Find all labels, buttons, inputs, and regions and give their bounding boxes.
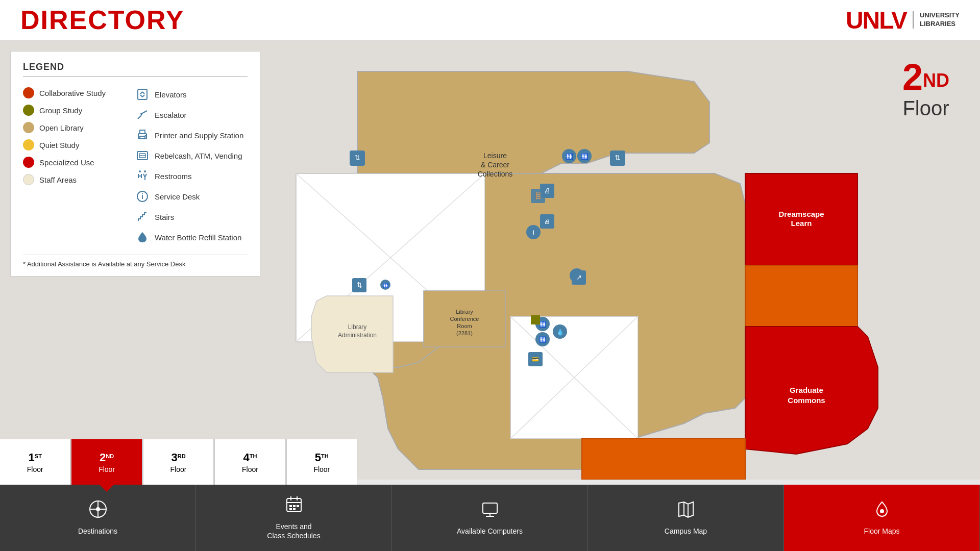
bottom-toolbar: Destinations Events andClass Schedules A…	[0, 485, 980, 551]
water-label: Water Bottle Refill Station	[155, 233, 241, 242]
toolbar-campus-map[interactable]: Campus Map	[588, 485, 784, 551]
svg-rect-88	[293, 508, 296, 510]
legend-title: LEGEND	[23, 62, 248, 77]
rebelcash-label: Rebelcash, ATM, Vending	[155, 152, 242, 160]
floor-nav-5-word: Floor	[313, 465, 330, 473]
floor-nav-4-word: Floor	[242, 465, 258, 473]
legend-item-elevators: Elevators	[135, 84, 248, 105]
group-label: Group Study	[39, 106, 82, 115]
page-title: DIRECTORY	[20, 5, 184, 35]
floor-maps-label: Floor Maps	[864, 527, 899, 536]
svg-text:Leisure: Leisure	[483, 152, 507, 160]
stairs-label: Stairs	[155, 213, 174, 221]
collaborative-dot	[23, 87, 34, 98]
floor-nav-5-num: 5TH	[315, 451, 329, 464]
legend-item-service-desk: i Service Desk	[135, 186, 248, 207]
service-desk-label: Service Desk	[155, 192, 200, 201]
svg-marker-92	[679, 502, 693, 517]
assistance-text: * Additional Assistance is Available at …	[23, 260, 185, 268]
legend-item-rebelcash: Rebelcash, ATM, Vending	[135, 145, 248, 166]
svg-text:Commons: Commons	[788, 396, 825, 405]
svg-text:💧: 💧	[556, 328, 564, 336]
events-icon	[285, 495, 303, 518]
svg-rect-75	[531, 315, 540, 324]
specialized-label: Specialized Use	[39, 158, 94, 167]
open-label: Open Library	[39, 123, 84, 132]
svg-text:Graduate: Graduate	[790, 386, 823, 394]
svg-text:Library: Library	[348, 323, 367, 331]
svg-text:↗: ↗	[576, 273, 582, 281]
legend-item-stairs: Stairs	[135, 207, 248, 227]
svg-rect-34	[582, 439, 745, 480]
floor-nav-4-num: 4TH	[243, 451, 257, 464]
svg-point-1	[140, 113, 142, 115]
elevators-label: Elevators	[155, 90, 187, 99]
logo: UNLV UNIVERSITY LIBRARIES	[846, 6, 960, 34]
svg-point-10	[144, 170, 146, 172]
floor-nav-5[interactable]: 5TH Floor	[287, 439, 357, 485]
printer-icon	[135, 128, 150, 142]
water-icon	[135, 230, 150, 244]
floor-nav: 1ST Floor 2ND Floor 3RD Floor 4TH Floor …	[0, 439, 357, 485]
floor-nav-2[interactable]: 2ND Floor	[71, 439, 142, 485]
floor-nav-1-word: Floor	[27, 465, 43, 473]
floor-nav-3-num: 3RD	[171, 451, 185, 464]
svg-text:& Career: & Career	[481, 161, 509, 169]
svg-rect-30	[745, 265, 857, 327]
collaborative-label: Collaborative Study	[39, 89, 106, 97]
group-dot	[23, 105, 34, 116]
toolbar-destinations[interactable]: Destinations	[0, 485, 196, 551]
svg-text:(2281): (2281)	[456, 330, 473, 336]
destinations-icon	[89, 500, 107, 522]
svg-text:🚻: 🚻	[539, 336, 547, 343]
service-desk-icon: i	[135, 189, 150, 204]
floor-nav-3[interactable]: 3RD Floor	[143, 439, 214, 485]
svg-point-95	[880, 509, 884, 513]
main-content: LEGEND Collaborative Study Group Study O…	[0, 41, 980, 439]
logo-line2: LIBRARIES	[920, 20, 960, 29]
toolbar-events[interactable]: Events andClass Schedules	[196, 485, 392, 551]
restrooms-icon	[135, 169, 150, 183]
legend-item-staff: Staff Areas	[23, 171, 135, 188]
staff-dot	[23, 174, 34, 185]
svg-rect-3	[140, 130, 145, 134]
toolbar-computers[interactable]: Available Computers	[392, 485, 588, 551]
svg-text:🚻: 🚻	[581, 153, 589, 160]
stairs-icon	[135, 210, 150, 224]
destinations-label: Destinations	[78, 527, 117, 536]
svg-text:🚻: 🚻	[566, 153, 573, 160]
staff-label: Staff Areas	[39, 176, 77, 184]
specialized-dot	[23, 157, 34, 168]
floor-indicator: 2ND Floor	[902, 56, 949, 118]
svg-point-79	[96, 507, 100, 511]
svg-text:Administration: Administration	[338, 332, 377, 339]
legend-item-printer: Printer and Supply Station	[135, 125, 248, 145]
legend-item-water: Water Bottle Refill Station	[135, 227, 248, 247]
campus-map-label: Campus Map	[665, 527, 707, 536]
floor-sup: ND	[923, 70, 949, 91]
campus-map-icon	[677, 500, 695, 522]
legend-item-specialized: Specialized Use	[23, 154, 135, 171]
svg-text:💳: 💳	[532, 356, 539, 363]
computers-label: Available Computers	[457, 527, 523, 536]
legend-item-open: Open Library	[23, 119, 135, 136]
floor-nav-1[interactable]: 1ST Floor	[0, 439, 70, 485]
computers-icon	[481, 500, 499, 522]
logo-text: UNIVERSITY LIBRARIES	[913, 11, 960, 29]
floor-number-display: 2ND	[902, 56, 949, 98]
floor-nav-4[interactable]: 4TH Floor	[215, 439, 285, 485]
printer-label: Printer and Supply Station	[155, 131, 243, 140]
floor-word: Floor	[902, 98, 949, 118]
legend-col-right: Elevators Escalator Printer and Supply S…	[135, 84, 248, 247]
floor-nav-1-num: 1ST	[29, 451, 42, 464]
logo-line1: UNIVERSITY	[920, 11, 960, 20]
svg-text:i: i	[141, 192, 143, 201]
legend-panel: LEGEND Collaborative Study Group Study O…	[10, 51, 260, 277]
svg-point-9	[139, 170, 141, 172]
quiet-label: Quiet Study	[39, 141, 79, 149]
svg-text:🖨: 🖨	[544, 217, 551, 225]
svg-rect-84	[289, 505, 292, 507]
toolbar-floor-maps[interactable]: Floor Maps	[784, 485, 980, 551]
logo-unlv: UNLV	[846, 6, 906, 34]
legend-item-escalator: Escalator	[135, 105, 248, 125]
